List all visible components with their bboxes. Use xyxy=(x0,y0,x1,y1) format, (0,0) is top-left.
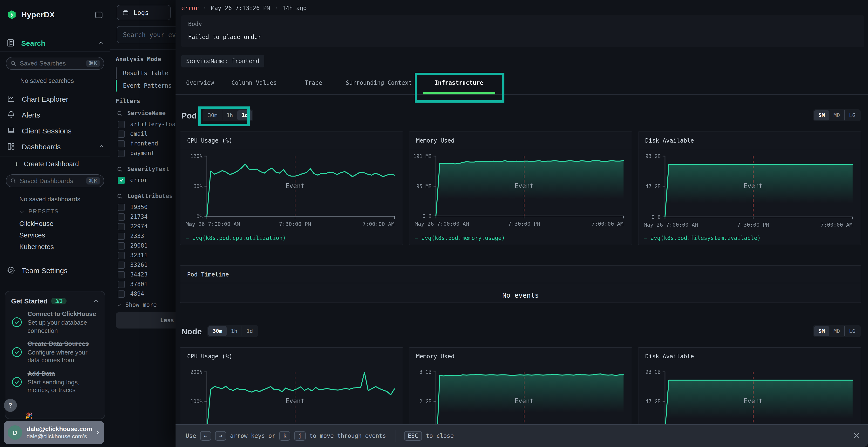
saved-searches-placeholder: Saved Searches xyxy=(20,60,83,67)
node-size-lg[interactable]: LG xyxy=(844,326,860,336)
pod-disk-chart-card: Disk Available 93 GB47 GB0 BMay 26 7:00:… xyxy=(638,132,861,245)
filter-option[interactable]: 33261 xyxy=(118,260,176,270)
preset-services[interactable]: Services xyxy=(19,231,45,239)
node-range-30m[interactable]: 30m xyxy=(208,326,227,336)
filter-option[interactable]: 37801 xyxy=(118,279,176,289)
bell-icon xyxy=(7,110,16,119)
filter-option-label: payment xyxy=(130,150,155,157)
checkbox[interactable] xyxy=(118,252,125,259)
chevron-right-icon xyxy=(94,429,100,436)
checkbox[interactable] xyxy=(118,232,125,240)
checkbox[interactable] xyxy=(118,223,125,230)
less-filters-button[interactable]: Less filters xyxy=(116,312,176,329)
checkbox[interactable] xyxy=(118,149,125,157)
svg-text:7:30:00 PM: 7:30:00 PM xyxy=(508,221,540,227)
tab-surrounding-context[interactable]: Surrounding Context xyxy=(346,72,412,94)
event-timestamp: May 26 7:13:26 PM xyxy=(211,5,270,11)
filter-option[interactable]: 29081 xyxy=(118,241,176,250)
svg-text:Event: Event xyxy=(286,398,305,405)
user-menu[interactable]: D dale@clickhouse.com dale@clickhouse.co… xyxy=(4,421,104,444)
chevron-up-icon[interactable] xyxy=(93,298,99,304)
source-selector-button[interactable]: Logs xyxy=(117,5,171,20)
sidebar-item-chart-explorer[interactable]: Chart Explorer xyxy=(7,94,104,103)
pod-cpu-chart[interactable]: 120%60%0%May 26 7:00:00 AM7:30:00 PM7:00… xyxy=(185,149,398,232)
sidebar-item-dashboards[interactable]: Dashboards xyxy=(7,142,104,151)
pod-size-lg[interactable]: LG xyxy=(844,110,860,121)
footer-text: to move through events xyxy=(309,433,386,439)
checkbox[interactable] xyxy=(118,261,125,269)
svg-text:0%: 0% xyxy=(196,214,203,219)
svg-text:7:00:00 AM: 7:00:00 AM xyxy=(592,221,623,227)
preset-clickhouse[interactable]: ClickHouse xyxy=(19,220,54,227)
checkbox[interactable] xyxy=(118,176,125,184)
close-icon[interactable] xyxy=(852,431,861,440)
preset-kubernetes[interactable]: Kubernetes xyxy=(19,243,54,250)
sidebar-item-alerts[interactable]: Alerts xyxy=(7,110,104,119)
pod-size-sm[interactable]: SM xyxy=(814,110,830,121)
checkbox[interactable] xyxy=(118,290,125,298)
pod-memory-chart[interactable]: 191 MB95 MB0 BMay 26 7:00:00 AM7:30:00 P… xyxy=(414,149,627,232)
chart-title: Disk Available xyxy=(639,348,861,365)
step-subtitle: Set up your database connection xyxy=(28,319,99,335)
mode-event-patterns[interactable]: Event Patterns xyxy=(116,80,172,92)
filter-option[interactable]: 22974 xyxy=(118,221,176,231)
filter-option[interactable]: error xyxy=(118,175,176,185)
filter-option[interactable]: payment xyxy=(118,148,176,158)
filter-option[interactable]: 34423 xyxy=(118,270,176,279)
checkbox[interactable] xyxy=(118,121,125,128)
pod-disk-chart[interactable]: 93 GB47 GB0 BMay 26 7:00:00 AM7:30:00 PM… xyxy=(643,149,857,232)
checkbox[interactable] xyxy=(118,213,125,220)
collapse-sidebar-icon[interactable] xyxy=(94,10,103,21)
sidebar-item-label: Dashboards xyxy=(22,142,61,150)
tab-overview[interactable]: Overview xyxy=(186,72,214,94)
svg-text:Event: Event xyxy=(286,182,305,190)
check-icon xyxy=(119,178,124,182)
show-more-button[interactable]: Show more xyxy=(117,302,176,308)
help-button[interactable]: ? xyxy=(4,399,17,412)
event-search-input[interactable]: Search your ev xyxy=(117,26,176,43)
pod-range-30m[interactable]: 30m xyxy=(204,110,222,121)
tab-column-values[interactable]: Column Values xyxy=(231,72,277,94)
sidebar-item-team-settings[interactable]: Team Settings xyxy=(7,266,104,275)
filter-option[interactable]: 21734 xyxy=(118,212,176,221)
svg-text:93 GB: 93 GB xyxy=(646,153,661,159)
get-started-step[interactable]: Add Data Start sending logs, metrics, or… xyxy=(11,370,99,394)
presets-toggle[interactable]: PRESETS xyxy=(19,208,59,215)
get-started-step[interactable]: Create Data Sources Configure where your… xyxy=(11,340,99,365)
filter-option[interactable]: 2333 xyxy=(118,231,176,241)
pod-range-1d[interactable]: 1d xyxy=(237,110,252,121)
sidebar-item-search[interactable]: Search xyxy=(6,38,104,47)
filter-option[interactable]: email xyxy=(118,129,176,139)
create-dashboard-button[interactable]: + Create Dashboard xyxy=(14,160,79,168)
node-range-1h[interactable]: 1h xyxy=(227,326,242,336)
svg-text:2 GB: 2 GB xyxy=(419,399,432,404)
filter-option[interactable]: 4894 xyxy=(118,289,176,299)
node-size-md[interactable]: MD xyxy=(829,326,844,336)
pod-size-md[interactable]: MD xyxy=(829,110,844,121)
saved-searches-input[interactable]: Saved Searches ⌘K xyxy=(6,57,104,70)
saved-dashboards-placeholder: Saved Dashboards xyxy=(20,177,83,184)
checkbox[interactable] xyxy=(118,281,125,288)
checkbox[interactable] xyxy=(118,204,125,211)
tab-infrastructure[interactable]: Infrastructure xyxy=(434,72,483,94)
checkbox[interactable] xyxy=(118,242,125,249)
checkbox[interactable] xyxy=(118,140,125,147)
filter-option[interactable]: 19350 xyxy=(118,202,176,212)
checkbox[interactable] xyxy=(118,130,125,138)
filter-option[interactable]: frontend xyxy=(118,139,176,148)
node-range-1d[interactable]: 1d xyxy=(242,326,257,336)
saved-dashboards-input[interactable]: Saved Dashboards ⌘K xyxy=(6,174,104,187)
mode-results-table[interactable]: Results Table xyxy=(116,67,172,79)
search-icon xyxy=(117,166,123,172)
sidebar-item-client-sessions[interactable]: Client Sessions xyxy=(7,126,104,135)
search-panel: Logs Search your ev Analysis Mode Result… xyxy=(110,0,176,447)
checkbox[interactable] xyxy=(118,271,125,278)
dashboards-icon xyxy=(7,142,16,151)
node-size-sm[interactable]: SM xyxy=(814,326,830,336)
tab-trace[interactable]: Trace xyxy=(305,72,322,94)
service-name-chip[interactable]: ServiceName: frontend xyxy=(181,55,264,67)
pod-range-1h[interactable]: 1h xyxy=(222,110,238,121)
filter-option[interactable]: artillery-loa xyxy=(118,119,176,129)
get-started-step[interactable]: Connect to ClickHouse Set up your databa… xyxy=(11,310,99,335)
filter-option[interactable]: 32311 xyxy=(118,250,176,260)
